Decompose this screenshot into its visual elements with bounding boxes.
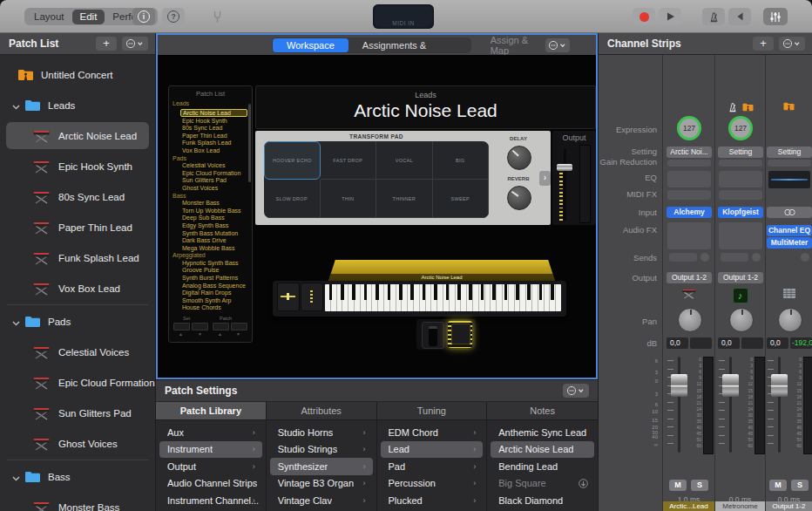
midi-fx-slot[interactable] <box>667 190 711 200</box>
fader-handle[interactable] <box>722 374 739 397</box>
library-item[interactable]: Plucked› <box>381 492 484 509</box>
onscreen-patch-item[interactable]: Digital Rain Drops <box>180 290 247 297</box>
workspace-action-menu[interactable] <box>545 38 570 52</box>
expression-knob[interactable]: 127 <box>677 116 701 140</box>
gain-reduction-slot[interactable] <box>768 160 811 167</box>
library-item[interactable]: Pad› <box>381 458 484 475</box>
midi-fx-slot[interactable] <box>719 190 762 200</box>
channel-strip-name[interactable]: Output 1-2 <box>766 501 812 511</box>
pan-knob[interactable] <box>729 308 754 332</box>
onscreen-patch-item[interactable]: Hypnotic Synth Bass <box>180 260 247 268</box>
set-up-icon[interactable]: ▲ <box>179 331 183 337</box>
mute-button[interactable]: M <box>669 480 687 491</box>
set-down-icon[interactable]: ▼ <box>198 331 202 337</box>
sidebar-item-epic-hook-synth[interactable]: Epic Hook Synth <box>0 151 155 181</box>
sidebar-item-untitled-concert[interactable]: Untitled Concert <box>0 59 155 90</box>
mute-button[interactable]: M <box>769 480 787 491</box>
next-page-button[interactable]: › <box>539 171 551 186</box>
sidebar-item-paper-thin-lead[interactable]: Paper Thin Lead <box>0 212 155 242</box>
onscreen-patch-item[interactable]: Groove Pulse <box>180 267 247 275</box>
chevron-down-icon[interactable] <box>12 469 21 485</box>
patch-settings-action-menu[interactable] <box>563 384 589 398</box>
sustain-pedal-active[interactable] <box>448 321 472 348</box>
channel-strips-toggle-button[interactable] <box>763 8 788 25</box>
tab-attributes[interactable]: Attributes <box>267 402 376 420</box>
tab-workspace[interactable]: Workspace <box>273 38 348 52</box>
sidebar-item-arctic-noise-lead[interactable]: Arctic Noise Lead <box>0 120 155 151</box>
chevron-down-icon[interactable] <box>12 98 21 113</box>
mode-button-edit[interactable]: Edit <box>72 10 105 24</box>
onscreen-patch-item[interactable]: Vox Box Lead <box>180 147 247 155</box>
audio-fx-button[interactable]: Channel EQ <box>767 225 812 236</box>
audio-fx-slot[interactable] <box>719 222 762 249</box>
transform-pad-cell[interactable]: FAST DROP <box>321 141 377 180</box>
transform-pad-cell[interactable]: BIG <box>433 141 490 180</box>
library-item[interactable]: Audio Channel Strips› <box>159 475 262 493</box>
onscreen-patch-item[interactable]: Smooth Synth Arp <box>180 297 247 305</box>
pan-knob[interactable] <box>778 308 802 332</box>
channel-strip-name[interactable]: Arctic...Lead <box>663 501 714 511</box>
onscreen-patch-item[interactable]: Paper Thin Lead <box>180 133 247 140</box>
fader-handle[interactable] <box>771 374 788 397</box>
assign-map-button[interactable]: Assign & Map <box>491 35 545 56</box>
sidebar-item-80s-sync-lead[interactable]: 80s Sync Lead <box>0 181 155 212</box>
eq-thumbnail[interactable] <box>768 171 810 188</box>
onscreen-patch-item[interactable]: Mega Wobble Bass <box>180 245 247 253</box>
library-item[interactable]: Studio Strings› <box>270 441 373 459</box>
download-icon[interactable] <box>579 479 588 490</box>
library-item[interactable]: Vintage Clav› <box>270 492 373 509</box>
library-item[interactable]: Aux› <box>159 424 262 441</box>
pitch-bend-wheel[interactable] <box>277 283 300 311</box>
sidebar-item-celestial-voices[interactable]: Celestial Voices <box>0 337 155 367</box>
set-display-a[interactable] <box>173 323 190 330</box>
library-item[interactable]: Instrument› <box>159 441 262 459</box>
onscreen-patch-item[interactable]: Synth Burst Patterns <box>180 275 247 283</box>
onscreen-patch-item[interactable]: Ghost Voices <box>180 185 247 193</box>
sends-knob[interactable] <box>801 253 809 262</box>
transform-pad-cell-selected[interactable]: HOOVER ECHO <box>264 141 321 180</box>
expression-knob[interactable]: 127 <box>728 116 753 140</box>
tab-assignments-mappings[interactable]: Assignments & Mappings <box>348 38 470 52</box>
sidebar-item-epic-cloud-formation[interactable]: Epic Cloud Formation <box>0 367 155 398</box>
library-item[interactable]: Big Square <box>491 475 594 493</box>
volume-fader[interactable]: 03691215182124303540455060 <box>767 355 812 455</box>
library-item[interactable]: Lead› <box>381 441 484 459</box>
sidebar-item-ghost-voices[interactable]: Ghost Voices <box>0 428 155 459</box>
output-button[interactable]: Output 1-2 <box>718 272 763 283</box>
solo-button[interactable]: S <box>691 480 708 491</box>
onscreen-patch-item[interactable]: Synth Bass Mutation <box>180 230 247 238</box>
sends-slot[interactable] <box>721 253 748 262</box>
add-channel-strip-button[interactable]: + <box>753 37 774 51</box>
onscreen-patch-item[interactable]: 80s Sync Lead <box>180 125 247 133</box>
onscreen-patch-item[interactable]: Edgy Synth Bass <box>180 222 247 230</box>
transform-pad-cell[interactable]: SWEEP <box>433 180 490 218</box>
chevron-down-icon[interactable] <box>12 314 21 330</box>
patch-list-scrollbar[interactable] <box>248 104 251 182</box>
input-plugin-button[interactable]: Klopfgeist <box>718 207 763 218</box>
add-patch-button[interactable]: + <box>96 37 117 51</box>
setting-button[interactable]: Setting <box>718 146 763 158</box>
solo-button[interactable]: S <box>791 480 809 491</box>
onscreen-patch-item[interactable]: Analog Bass Sequence <box>180 283 247 290</box>
patch-display-a[interactable] <box>213 323 229 330</box>
mode-button-layout[interactable]: Layout <box>26 10 72 24</box>
fader-handle[interactable] <box>671 374 687 397</box>
sends-knob[interactable] <box>752 253 761 262</box>
keyboard-keys[interactable] <box>325 284 561 311</box>
tuner-button[interactable] <box>206 8 228 25</box>
patch-up-icon[interactable]: ▲ <box>218 331 222 337</box>
library-item[interactable]: Bending Lead <box>491 458 594 475</box>
gain-reduction-slot[interactable] <box>667 160 711 167</box>
tab-tuning[interactable]: Tuning <box>377 402 487 420</box>
onscreen-patch-item[interactable]: House Chords <box>180 304 247 312</box>
delay-knob[interactable] <box>507 146 531 170</box>
black-keys[interactable] <box>325 284 561 300</box>
onscreen-patch-item[interactable]: Epic Cloud Formation <box>180 170 247 178</box>
library-item[interactable]: Vintage B3 Organ› <box>270 475 373 493</box>
eq-slot[interactable] <box>667 171 711 187</box>
gain-reduction-slot[interactable] <box>719 160 762 167</box>
onscreen-patch-item[interactable]: Monster Bass <box>180 200 247 208</box>
input-stereo-button[interactable] <box>767 207 812 218</box>
pan-knob[interactable] <box>678 308 702 332</box>
onscreen-patch-item[interactable]: Dark Bass Drive <box>180 237 247 245</box>
